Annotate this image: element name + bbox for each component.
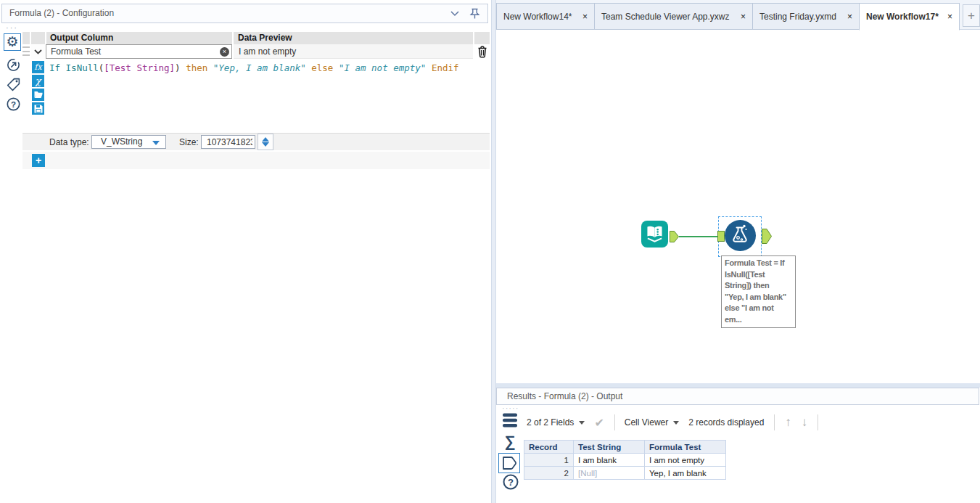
add-expression-band: + bbox=[22, 152, 490, 169]
close-tab-icon[interactable]: × bbox=[582, 12, 588, 22]
table-header-row: Record Test String Formula Test bbox=[524, 441, 726, 454]
records-displayed-label: 2 records displayed bbox=[688, 417, 764, 428]
expand-expression-button[interactable] bbox=[31, 45, 45, 59]
stepper-up-icon[interactable] bbox=[262, 137, 269, 142]
data-type-label: Data type: bbox=[49, 137, 89, 147]
table-row: 1 I am blank I am not empty bbox=[524, 454, 726, 467]
fields-dropdown[interactable]: 2 of 2 Fields bbox=[527, 417, 574, 428]
cell-viewer-dropdown[interactable]: Cell Viewer bbox=[625, 417, 668, 428]
data-type-band: Data type: V_WString Size: bbox=[22, 133, 490, 150]
close-tab-icon[interactable]: × bbox=[947, 12, 952, 22]
results-titlebar: Results - Formula (2) - Output bbox=[496, 388, 979, 405]
panel-drag-dots-icon[interactable]: ··· bbox=[6, 24, 18, 31]
stepper-down-icon[interactable] bbox=[262, 142, 269, 147]
size-label: Size: bbox=[179, 137, 199, 147]
formula-test-cell: Yep, I am blank bbox=[645, 467, 726, 480]
next-record-arrow-icon[interactable]: ↓ bbox=[802, 415, 808, 430]
data-type-value: V_WString bbox=[101, 136, 142, 147]
pin-icon[interactable] bbox=[469, 8, 480, 20]
insert-function-icon[interactable]: fx bbox=[32, 61, 44, 73]
formula-token: [Test String] bbox=[104, 62, 175, 73]
chevron-down-icon bbox=[152, 141, 160, 145]
output-column-header: Output Column bbox=[46, 32, 232, 44]
data-type-dropdown[interactable]: V_WString bbox=[91, 135, 166, 149]
add-expression-button[interactable]: + bbox=[32, 154, 45, 167]
expression-editor[interactable]: If IsNull([Test String]) then "Yep, I am… bbox=[49, 62, 459, 73]
tab-testing-friday[interactable]: Testing Friday.yxmd × bbox=[752, 3, 860, 30]
formula-output-anchor[interactable] bbox=[762, 229, 772, 244]
new-tab-button[interactable]: + bbox=[963, 4, 980, 27]
formula-token: IsNull bbox=[66, 62, 99, 73]
test-string-cell: [Null] bbox=[574, 467, 645, 480]
clear-column-icon[interactable]: × bbox=[220, 47, 229, 57]
close-tab-icon[interactable]: × bbox=[741, 12, 746, 22]
data-preview-value: I am not empty bbox=[234, 44, 473, 59]
workflow-canvas[interactable] bbox=[496, 30, 980, 383]
record-column-header[interactable]: Record bbox=[524, 441, 574, 454]
formula-input-anchor[interactable] bbox=[717, 231, 725, 242]
records-view-icon[interactable] bbox=[502, 412, 518, 428]
save-expression-icon[interactable] bbox=[32, 102, 44, 115]
results-drag-dots-icon[interactable]: ····· bbox=[502, 404, 519, 412]
formula-token: else bbox=[311, 62, 339, 73]
output-column-input[interactable] bbox=[46, 45, 212, 58]
data-preview-header: Data Preview bbox=[234, 32, 473, 44]
help-icon[interactable]: ? bbox=[5, 96, 21, 112]
svg-text:?: ? bbox=[10, 99, 15, 108]
insert-variable-icon[interactable]: χ bbox=[32, 75, 44, 87]
size-field-wrap bbox=[201, 135, 255, 149]
tab-label: Testing Friday.yxmd bbox=[759, 12, 836, 22]
toolbar-divider bbox=[818, 414, 818, 430]
chevron-down-icon[interactable] bbox=[673, 421, 679, 425]
test-string-column-header[interactable]: Test String bbox=[574, 441, 645, 454]
configuration-title: Formula (2) - Configuration bbox=[9, 8, 114, 18]
refresh-circle-icon[interactable] bbox=[5, 57, 21, 73]
tool-annotation[interactable]: Formula Test = If IsNull([Test String]) … bbox=[721, 255, 796, 328]
tab-team-schedule-viewer[interactable]: Team Schedule Viewer App.yxwz × bbox=[594, 3, 753, 30]
tab-new-workflow17[interactable]: New Workflow17* × bbox=[859, 3, 960, 30]
tab-label: Team Schedule Viewer App.yxwz bbox=[601, 12, 730, 22]
results-toolbar: 2 of 2 Fields ✔ Cell Viewer 2 records di… bbox=[527, 414, 818, 431]
output-anchor-view-button[interactable] bbox=[498, 453, 520, 473]
tag-icon[interactable] bbox=[5, 76, 21, 92]
record-cell: 2 bbox=[524, 467, 574, 480]
collapse-chevron-icon[interactable] bbox=[450, 11, 459, 17]
apply-check-icon[interactable]: ✔ bbox=[594, 416, 604, 430]
metadata-view-icon[interactable]: ∑ bbox=[502, 433, 518, 450]
results-table: Record Test String Formula Test 1 I am b… bbox=[524, 440, 726, 480]
table-row: 2 [Null] Yep, I am blank bbox=[524, 467, 726, 480]
header-expander-cell bbox=[31, 32, 45, 44]
toolbar-divider bbox=[774, 414, 775, 430]
toolbar-divider bbox=[614, 414, 615, 430]
header-actions-cell bbox=[474, 32, 490, 44]
tab-new-workflow14[interactable]: New Workflow14* × bbox=[496, 3, 595, 30]
formula-token: "Yep, I am blank" bbox=[213, 62, 306, 73]
tab-label: New Workflow14* bbox=[503, 12, 572, 22]
formula-token bbox=[426, 62, 432, 73]
formula-tool[interactable] bbox=[725, 220, 756, 251]
formula-token: ) bbox=[175, 62, 186, 73]
previous-record-arrow-icon[interactable]: ↑ bbox=[785, 415, 791, 430]
close-tab-icon[interactable]: × bbox=[847, 12, 852, 22]
text-input-tool[interactable] bbox=[641, 221, 668, 248]
formula-token: If bbox=[49, 62, 66, 73]
alteryx-designer-window: Formula (2) - Configuration ··· ⚙ ? Outp… bbox=[0, 0, 980, 503]
formula-token: "I am not empty" bbox=[339, 62, 426, 73]
size-stepper[interactable] bbox=[258, 134, 273, 150]
delete-expression-icon[interactable] bbox=[476, 44, 489, 59]
results-help-icon[interactable]: ? bbox=[502, 473, 519, 491]
connection-line[interactable] bbox=[679, 236, 719, 237]
open-expression-icon[interactable] bbox=[32, 89, 44, 101]
formula-token: then bbox=[186, 62, 213, 73]
row-drag-handle[interactable] bbox=[22, 46, 30, 56]
workflow-tabbar: New Workflow14* × Team Schedule Viewer A… bbox=[496, 0, 980, 30]
record-cell: 1 bbox=[524, 454, 574, 467]
size-input[interactable] bbox=[202, 136, 252, 148]
svg-text:?: ? bbox=[508, 477, 514, 488]
panel-splitter[interactable] bbox=[491, 0, 496, 503]
text-input-output-anchor[interactable] bbox=[670, 231, 679, 242]
chevron-down-icon[interactable] bbox=[579, 421, 585, 425]
gear-icon[interactable]: ⚙ bbox=[4, 33, 21, 51]
formula-test-column-header[interactable]: Formula Test bbox=[645, 441, 726, 454]
configuration-titlebar: Formula (2) - Configuration bbox=[1, 4, 488, 23]
